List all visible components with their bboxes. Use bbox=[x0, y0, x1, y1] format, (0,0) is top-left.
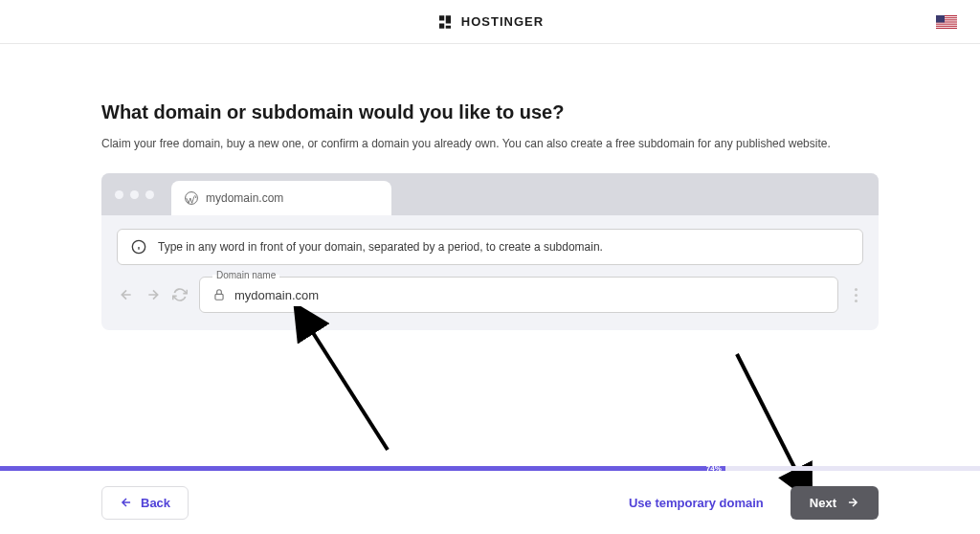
page-subtitle: Claim your free domain, buy a new one, o… bbox=[101, 137, 879, 150]
back-button[interactable]: Back bbox=[101, 486, 189, 520]
tab-label: mydomain.com bbox=[206, 191, 283, 205]
window-dot bbox=[130, 190, 139, 199]
browser-tab-bar: mydomain.com bbox=[101, 173, 879, 215]
footer: Back Use temporary domain Next bbox=[0, 471, 980, 534]
url-bar-row: Domain name bbox=[101, 277, 879, 330]
next-button-label: Next bbox=[810, 496, 836, 510]
main-content: What domain or subdomain would you like … bbox=[0, 44, 980, 330]
hostinger-logo-icon bbox=[436, 13, 454, 31]
back-nav-icon bbox=[117, 285, 136, 304]
brand-name: HOSTINGER bbox=[461, 14, 544, 29]
page-title: What domain or subdomain would you like … bbox=[101, 101, 879, 123]
svg-rect-6 bbox=[936, 26, 957, 27]
refresh-icon bbox=[170, 285, 189, 304]
window-dot bbox=[115, 190, 123, 199]
browser-tab: mydomain.com bbox=[171, 181, 391, 215]
domain-input[interactable] bbox=[199, 277, 838, 313]
browser-mockup: mydomain.com Type in any word in front o… bbox=[101, 173, 879, 330]
use-temporary-domain-link[interactable]: Use temporary domain bbox=[629, 496, 764, 510]
language-selector[interactable] bbox=[936, 15, 957, 29]
info-text: Type in any word in front of your domain… bbox=[158, 240, 603, 254]
svg-rect-12 bbox=[215, 294, 223, 300]
us-flag-icon bbox=[936, 15, 957, 29]
domain-input-wrapper: Domain name bbox=[199, 277, 838, 313]
brand-logo: HOSTINGER bbox=[436, 13, 544, 31]
window-dot bbox=[145, 190, 154, 199]
arrow-left-icon bbox=[120, 496, 133, 509]
domain-input-label: Domain name bbox=[212, 270, 279, 280]
footer-actions: Use temporary domain Next bbox=[629, 486, 879, 520]
nav-arrows bbox=[117, 285, 189, 304]
wordpress-icon bbox=[185, 191, 198, 205]
info-banner: Type in any word in front of your domain… bbox=[117, 229, 863, 265]
arrow-right-icon bbox=[846, 496, 859, 509]
back-button-label: Back bbox=[141, 496, 170, 510]
lock-icon bbox=[212, 288, 226, 301]
menu-dots-icon bbox=[848, 284, 863, 306]
window-controls bbox=[115, 190, 154, 199]
svg-rect-4 bbox=[936, 22, 957, 23]
header: HOSTINGER bbox=[0, 0, 980, 44]
forward-nav-icon bbox=[144, 285, 163, 304]
svg-rect-5 bbox=[936, 24, 957, 25]
svg-rect-7 bbox=[936, 15, 945, 23]
next-button[interactable]: Next bbox=[791, 486, 879, 520]
svg-line-13 bbox=[303, 318, 388, 450]
info-icon bbox=[131, 239, 146, 255]
